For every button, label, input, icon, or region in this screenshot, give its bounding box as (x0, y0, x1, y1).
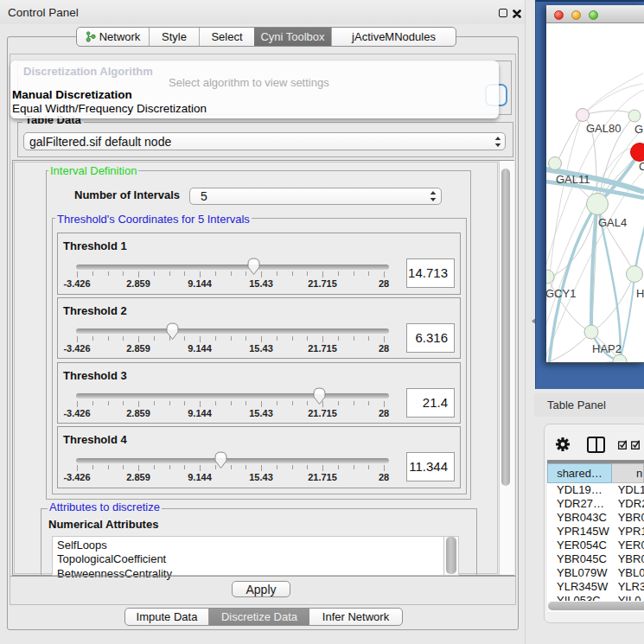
svg-text:GAL80: GAL80 (586, 122, 621, 135)
svg-text:GAL11: GAL11 (556, 173, 590, 186)
svg-text:C: C (639, 160, 644, 173)
svg-text:GAL4: GAL4 (598, 216, 627, 229)
svg-text:G.: G. (634, 123, 644, 136)
svg-text:GCY1: GCY1 (546, 287, 576, 300)
svg-text:HAP2: HAP2 (592, 342, 622, 355)
svg-text:H: H (636, 287, 644, 300)
